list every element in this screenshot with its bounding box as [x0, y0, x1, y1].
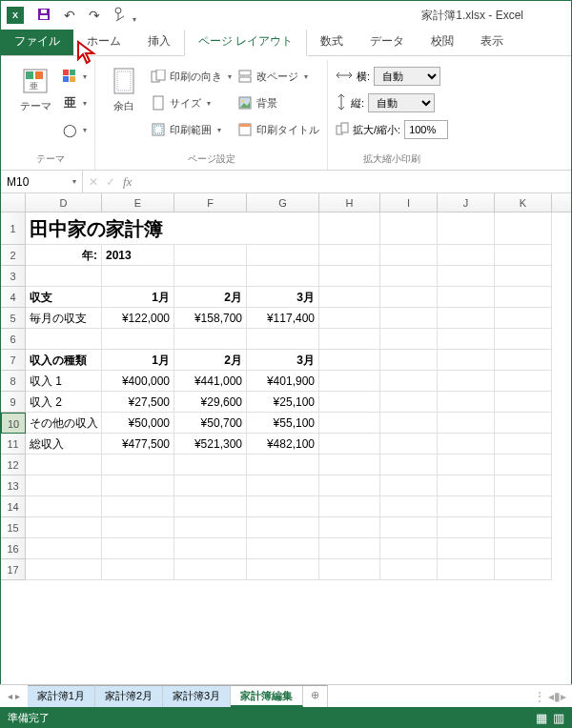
cancel-icon[interactable]: ✕: [89, 175, 98, 189]
col-header-K[interactable]: K: [495, 193, 552, 212]
cell[interactable]: [495, 434, 552, 455]
col-header-D[interactable]: D: [26, 193, 102, 212]
cell[interactable]: [438, 475, 495, 496]
cell[interactable]: [247, 455, 319, 475]
touch-mode-icon[interactable]: ▾: [113, 7, 136, 25]
cell[interactable]: 2月: [174, 350, 247, 371]
spreadsheet-grid[interactable]: DEFGHIJK 1234567891011121314151617 田中家の家…: [1, 193, 571, 632]
normal-view-icon[interactable]: ▦: [536, 711, 547, 725]
cell[interactable]: [319, 517, 380, 538]
cell[interactable]: [438, 413, 495, 434]
cell[interactable]: [438, 245, 495, 266]
row-header-5[interactable]: 5: [1, 308, 26, 329]
cell[interactable]: [247, 475, 319, 496]
cell[interactable]: [495, 266, 552, 287]
new-sheet-button[interactable]: ⊕: [303, 685, 328, 707]
row-header-1[interactable]: 1: [1, 212, 26, 245]
cell[interactable]: [380, 287, 438, 308]
cell[interactable]: [319, 475, 380, 496]
cell[interactable]: 2013: [102, 245, 174, 266]
cells-area[interactable]: 田中家の家計簿年:2013収支1月2月3月毎月の収支¥122,000¥158,7…: [26, 212, 571, 580]
row-header-9[interactable]: 9: [1, 392, 26, 413]
cell[interactable]: [102, 538, 174, 559]
row-header-4[interactable]: 4: [1, 287, 26, 308]
row-header-14[interactable]: 14: [1, 496, 26, 517]
col-header-E[interactable]: E: [102, 193, 174, 212]
cell[interactable]: [247, 496, 319, 517]
cell[interactable]: [102, 496, 174, 517]
cell[interactable]: [26, 538, 102, 559]
cell[interactable]: [174, 455, 247, 475]
cell[interactable]: ¥117,400: [247, 308, 319, 329]
cell[interactable]: [319, 496, 380, 517]
cell[interactable]: 収支: [26, 287, 102, 308]
cell[interactable]: [174, 559, 247, 580]
cell[interactable]: [319, 212, 380, 245]
cell[interactable]: [495, 392, 552, 413]
cell[interactable]: [247, 559, 319, 580]
redo-icon[interactable]: ↷: [89, 8, 100, 23]
cell[interactable]: [319, 455, 380, 475]
cell[interactable]: [26, 455, 102, 475]
cell[interactable]: [102, 455, 174, 475]
row-header-7[interactable]: 7: [1, 350, 26, 371]
name-box[interactable]: M10 ▾: [1, 171, 83, 192]
cell[interactable]: ¥27,500: [102, 392, 174, 413]
col-header-I[interactable]: I: [380, 193, 438, 212]
cell[interactable]: [319, 245, 380, 266]
cell[interactable]: [438, 308, 495, 329]
cell[interactable]: [102, 559, 174, 580]
cell[interactable]: [174, 475, 247, 496]
cell[interactable]: [26, 559, 102, 580]
cell[interactable]: [495, 559, 552, 580]
cell[interactable]: [174, 245, 247, 266]
cell[interactable]: [495, 350, 552, 371]
print-area-button[interactable]: 印刷範囲▾: [151, 119, 232, 140]
cell[interactable]: 2月: [174, 287, 247, 308]
cell[interactable]: [495, 212, 552, 245]
cell[interactable]: [495, 538, 552, 559]
cell[interactable]: [495, 455, 552, 475]
cell[interactable]: [319, 266, 380, 287]
cell[interactable]: その他の収入: [26, 413, 102, 434]
cell[interactable]: 毎月の収支: [26, 308, 102, 329]
cell[interactable]: ¥55,100: [247, 413, 319, 434]
row-header-8[interactable]: 8: [1, 371, 26, 392]
cell[interactable]: [174, 329, 247, 350]
page-layout-view-icon[interactable]: ▥: [553, 711, 564, 725]
width-select[interactable]: 自動: [374, 67, 440, 86]
cell[interactable]: [319, 287, 380, 308]
cell[interactable]: ¥482,100: [247, 434, 319, 455]
breaks-button[interactable]: 改ページ▾: [237, 66, 319, 87]
cell[interactable]: [102, 266, 174, 287]
row-header-15[interactable]: 15: [1, 517, 26, 538]
sheet-nav[interactable]: ◂ ▸: [0, 691, 28, 701]
cell[interactable]: [174, 266, 247, 287]
cell[interactable]: [438, 287, 495, 308]
cell[interactable]: [495, 245, 552, 266]
cell[interactable]: ¥122,000: [102, 308, 174, 329]
row-header-16[interactable]: 16: [1, 538, 26, 559]
cell[interactable]: [495, 517, 552, 538]
background-button[interactable]: 背景: [237, 92, 319, 113]
cell[interactable]: [26, 475, 102, 496]
cell[interactable]: [26, 517, 102, 538]
col-header-H[interactable]: H: [319, 193, 380, 212]
height-select[interactable]: 自動: [368, 93, 435, 112]
cell[interactable]: [247, 245, 319, 266]
cell[interactable]: [380, 475, 438, 496]
cell[interactable]: [102, 517, 174, 538]
cell[interactable]: [319, 538, 380, 559]
cell[interactable]: ¥29,600: [174, 392, 247, 413]
cell[interactable]: [495, 287, 552, 308]
cell[interactable]: [380, 455, 438, 475]
cell[interactable]: [380, 517, 438, 538]
cell[interactable]: ¥25,100: [247, 392, 319, 413]
undo-icon[interactable]: ↶: [64, 8, 75, 23]
tab-review[interactable]: 校閲: [418, 28, 467, 55]
print-titles-button[interactable]: 印刷タイトル: [237, 119, 319, 140]
cell[interactable]: [102, 475, 174, 496]
scale-input[interactable]: [404, 120, 448, 139]
cell[interactable]: ¥400,000: [102, 371, 174, 392]
fonts-button[interactable]: 亜▾: [62, 92, 87, 113]
